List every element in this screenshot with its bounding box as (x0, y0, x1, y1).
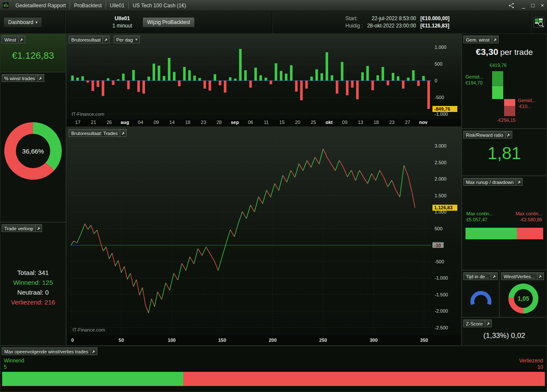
strategy-info: Ulle01 1 minuut (104, 15, 140, 30)
svg-text:500: 500 (435, 61, 442, 66)
max-drawdown-value: -€2.580,85 (520, 217, 542, 223)
winst-panel: Winst €1.126,83 (0, 33, 66, 72)
profit-factor-value: 1,05 (517, 295, 529, 302)
daily-result-header[interactable]: Brutoresultaat (69, 36, 109, 43)
wrench-icon[interactable] (491, 273, 497, 280)
svg-text:09: 09 (154, 120, 159, 125)
svg-text:18: 18 (374, 120, 379, 125)
titlebar-tab-probacktest[interactable]: ProBacktest (70, 3, 106, 9)
edit-probacktest-button[interactable]: Wijzig ProBacktest (142, 17, 195, 27)
consecutive-win-label: Winnend (4, 358, 24, 364)
equity-curve-header[interactable]: Brutoresultaat: Trades (69, 129, 127, 137)
runup-drawdown-header[interactable]: Max runup / drawdown (463, 178, 523, 186)
consecutive-win-value: 5 (4, 364, 7, 370)
svg-text:350: 350 (420, 338, 428, 343)
max-runup-value: €5.057,47 (466, 217, 487, 223)
svg-text:-500: -500 (435, 95, 444, 100)
svg-text:21: 21 (91, 120, 96, 125)
trade-verloop-header[interactable]: Trade verloop (2, 224, 42, 232)
daily-result-panel: 172126aug040914182328sep0611152025okt091… (66, 33, 462, 127)
avg-loss-label: -€10... (518, 103, 531, 109)
current-datetime: 28-okt-2022 23:00:00 (363, 22, 416, 30)
titlebar-tab-report[interactable]: Gedetailleerd Rapport (12, 3, 70, 9)
chevron-down-icon: ▾ (36, 20, 38, 24)
svg-text:23: 23 (201, 120, 206, 125)
start-capital: [€10.000,00] (416, 15, 450, 22)
avg-win-label: €194,70 (465, 80, 483, 86)
period-dropdown[interactable]: Per dag ▾ (114, 36, 140, 43)
svg-text:IT-Finance.com: IT-Finance.com (72, 112, 104, 117)
winst-panel-header[interactable]: Winst (2, 36, 25, 43)
profit-factor-title: Winst/Verlies... (502, 273, 537, 280)
time-in-market-header[interactable]: Tijd in de... (463, 272, 498, 280)
report-settings-icon[interactable] (533, 17, 544, 30)
maximize-button[interactable]: □ (528, 2, 538, 9)
equity-curve-panel: 0501001502002503003503.0002.5002.0001.50… (66, 127, 462, 346)
wrench-icon[interactable] (37, 75, 44, 81)
probacktest-report-window: Gedetailleerd Rapport ProBacktest Ulle01… (0, 0, 547, 392)
win-percentage-value: 36,66% (22, 148, 44, 155)
trade-verloop-title: Trade verloop (2, 225, 35, 232)
titlebar-tab-strategy[interactable]: Ulle01 (106, 3, 128, 9)
svg-text:2.500: 2.500 (435, 160, 447, 165)
svg-text:-500: -500 (435, 259, 444, 264)
risk-reward-value: 1,81 (462, 144, 547, 163)
consecutive-trades-panel: Max opeenvolgende winst/verlies trades W… (0, 346, 547, 392)
svg-text:-2.000: -2.000 (435, 308, 448, 314)
svg-text:-10: -10 (434, 243, 441, 248)
strategy-timeframe: 1 minuut (104, 22, 140, 30)
time-in-market-title: Tijd in de... (464, 273, 491, 280)
share-icon[interactable] (508, 3, 514, 9)
svg-text:200: 200 (269, 338, 276, 343)
svg-text:-1.500: -1.500 (435, 292, 448, 297)
svg-text:11: 11 (264, 120, 269, 125)
zscore-title: Z-Score (464, 320, 485, 327)
svg-text:-2.500: -2.500 (435, 325, 448, 330)
wrench-icon[interactable] (91, 348, 97, 355)
titlebar-tab-instrument[interactable]: US Tech 100 Cash (1€) (129, 3, 190, 9)
average-profit-header[interactable]: Gem. winst (463, 36, 499, 43)
runup-drawdown-bar (465, 228, 543, 239)
zscore-header[interactable]: Z-Score (463, 320, 492, 327)
wrench-icon[interactable] (516, 178, 522, 185)
svg-text:okt: okt (326, 120, 333, 125)
time-in-market-gauge (468, 289, 494, 312)
avg-loss-prefix: Gemid... (518, 97, 536, 103)
profit-factor-header[interactable]: Winst/Verlies... (501, 272, 544, 280)
consecutive-loss-label: Verliezend (519, 358, 543, 364)
wrench-icon[interactable] (18, 36, 25, 43)
dashboard-dropdown-button[interactable]: Dashboard ▾ (3, 17, 42, 27)
minimize-button[interactable]: _ (519, 2, 528, 9)
svg-text:-1.000: -1.000 (435, 112, 448, 117)
trade-verloop-panel: Trade verloop Totaal: 341 Winnend: 125 N… (0, 222, 66, 346)
avg-win-prefix: Gemid... (465, 74, 484, 80)
wrench-icon[interactable] (120, 130, 126, 136)
svg-text:2.000: 2.000 (435, 176, 447, 181)
max-loss-label: -€256,15 (487, 117, 526, 123)
current-capital: [€11.126,83] (416, 22, 450, 30)
zscore-value: (1,33%) 0,02 (462, 332, 547, 340)
svg-text:3.000: 3.000 (435, 143, 447, 148)
wrench-icon[interactable] (492, 36, 498, 43)
chevron-down-icon: ▾ (135, 36, 140, 43)
win-percentage-header[interactable]: % winst trades (2, 74, 44, 82)
runup-bar-segment (465, 228, 517, 239)
wrench-icon[interactable] (537, 273, 544, 280)
wrench-icon[interactable] (485, 320, 491, 327)
wrench-icon[interactable] (505, 131, 512, 138)
svg-text:50: 50 (119, 338, 124, 343)
max-win-label: €419,76 (481, 62, 515, 68)
toolbar: Dashboard ▾ Ulle01 1 minuut Wijzig ProBa… (0, 11, 547, 33)
svg-text:IT-Finance.com: IT-Finance.com (73, 327, 105, 332)
toolbar-separator (64, 11, 65, 33)
wrench-icon[interactable] (103, 36, 109, 43)
max-runup-label: Max contin... (466, 211, 493, 217)
risk-reward-header[interactable]: Risk/Reward ratio (463, 131, 512, 139)
svg-text:100: 100 (168, 338, 175, 343)
svg-text:nov: nov (419, 120, 428, 125)
wrench-icon[interactable] (35, 225, 42, 232)
consecutive-trades-header[interactable]: Max opeenvolgende winst/verlies trades (2, 347, 97, 355)
equity-curve-chart: 0501001502002503003503.0002.5002.0001.50… (66, 127, 461, 345)
close-button[interactable]: × (538, 2, 547, 9)
app-icon (3, 2, 9, 9)
